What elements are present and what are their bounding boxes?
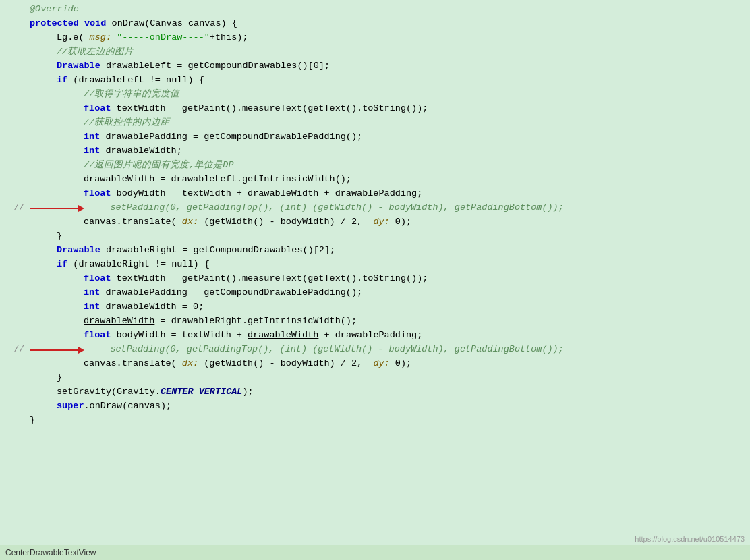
code-line: int drawablePadding = getCompoundDrawabl… xyxy=(0,130,750,144)
footer-bar: CenterDrawableTextView xyxy=(0,545,750,560)
code-line: float bodyWidth = textWidth + drawableWi… xyxy=(0,187,750,201)
line-content: setPadding(0, getPaddingTop(), (int) (ge… xyxy=(88,201,750,215)
line-content: } xyxy=(30,414,750,428)
code-line: } xyxy=(0,414,750,428)
code-line: if (drawableRight != null) { xyxy=(0,258,750,272)
code-lines: @Overrideprotected void onDraw(Canvas ca… xyxy=(0,3,750,428)
code-line: float bodyWidth = textWidth + drawableWi… xyxy=(0,329,750,343)
line-content: int drawablePadding = getCompoundDrawabl… xyxy=(30,130,750,144)
code-line: super.onDraw(canvas); xyxy=(0,399,750,414)
line-content: //获取控件的内边距 xyxy=(30,116,750,130)
code-line: //取得字符串的宽度值 xyxy=(0,88,750,102)
line-content: int drawableWidth; xyxy=(30,144,750,159)
line-content: //返回图片呢的固有宽度,单位是DP xyxy=(30,159,750,173)
line-content: int drawableWidth = 0; xyxy=(30,300,750,314)
code-line: // setPadding(0, getPaddingTop(), (int) … xyxy=(0,201,750,215)
line-content: drawableWidth = drawableLeft.getIntrinsi… xyxy=(30,173,750,187)
footer-text: CenterDrawableTextView xyxy=(5,547,96,559)
watermark: https://blog.csdn.net/u010514473 xyxy=(635,534,745,545)
code-line: //获取左边的图片 xyxy=(0,45,750,59)
line-content: setPadding(0, getPaddingTop(), (int) (ge… xyxy=(88,343,750,357)
line-content: int drawablePadding = getCompoundDrawabl… xyxy=(30,286,750,300)
line-content: super.onDraw(canvas); xyxy=(30,399,750,414)
line-content: float textWidth = getPaint().measureText… xyxy=(30,102,750,116)
line-content: Lg.e( msg: "-----onDraw----"+this); xyxy=(30,31,750,45)
code-line: } xyxy=(0,229,750,244)
line-prefix: // xyxy=(5,201,30,215)
line-content: setGravity(Gravity.CENTER_VERTICAL); xyxy=(30,385,750,399)
line-content: drawableWidth = drawableRight.getIntrins… xyxy=(30,314,750,329)
arrow-indicator xyxy=(30,347,87,354)
code-line: @Override xyxy=(0,3,750,17)
line-content: //获取左边的图片 xyxy=(30,45,750,59)
line-content: if (drawableLeft != null) { xyxy=(30,74,750,88)
line-content: Drawable drawableRight = getCompoundDraw… xyxy=(30,244,750,258)
line-content: float bodyWidth = textWidth + drawableWi… xyxy=(30,329,750,343)
line-content: float textWidth = getPaint().measureText… xyxy=(30,272,750,286)
line-prefix: // xyxy=(5,343,30,356)
code-line: float textWidth = getPaint().measureText… xyxy=(0,272,750,286)
line-content: float bodyWidth = textWidth + drawableWi… xyxy=(30,187,750,201)
code-line: //返回图片呢的固有宽度,单位是DP xyxy=(0,159,750,173)
code-line: setGravity(Gravity.CENTER_VERTICAL); xyxy=(0,385,750,399)
code-line: // setPadding(0, getPaddingTop(), (int) … xyxy=(0,343,750,357)
code-line: Drawable drawableLeft = getCompoundDrawa… xyxy=(0,59,750,74)
arrow-indicator xyxy=(30,205,87,212)
code-line: drawableWidth = drawableLeft.getIntrinsi… xyxy=(0,173,750,187)
line-content: @Override xyxy=(30,3,750,17)
code-container: @Overrideprotected void onDraw(Canvas ca… xyxy=(0,0,750,560)
line-content: //取得字符串的宽度值 xyxy=(30,88,750,102)
code-line: int drawableWidth; xyxy=(0,144,750,159)
code-line: int drawableWidth = 0; xyxy=(0,300,750,314)
code-line: if (drawableLeft != null) { xyxy=(0,74,750,88)
code-line: protected void onDraw(Canvas canvas) { xyxy=(0,17,750,31)
code-line: Drawable drawableRight = getCompoundDraw… xyxy=(0,244,750,258)
code-line: Lg.e( msg: "-----onDraw----"+this); xyxy=(0,31,750,45)
code-line: //获取控件的内边距 xyxy=(0,116,750,130)
code-line: canvas.translate( dx: (getWidth() - body… xyxy=(0,215,750,229)
line-content: canvas.translate( dx: (getWidth() - body… xyxy=(30,357,750,371)
line-content: canvas.translate( dx: (getWidth() - body… xyxy=(30,215,750,229)
code-line: float textWidth = getPaint().measureText… xyxy=(0,102,750,116)
line-content: Drawable drawableLeft = getCompoundDrawa… xyxy=(30,59,750,74)
line-content: protected void onDraw(Canvas canvas) { xyxy=(30,17,750,31)
line-content: if (drawableRight != null) { xyxy=(30,258,750,272)
code-line: drawableWidth = drawableRight.getIntrins… xyxy=(0,314,750,329)
code-line: canvas.translate( dx: (getWidth() - body… xyxy=(0,357,750,371)
line-content: } xyxy=(30,229,750,244)
line-content: } xyxy=(30,371,750,385)
code-line: int drawablePadding = getCompoundDrawabl… xyxy=(0,286,750,300)
code-line: } xyxy=(0,371,750,385)
